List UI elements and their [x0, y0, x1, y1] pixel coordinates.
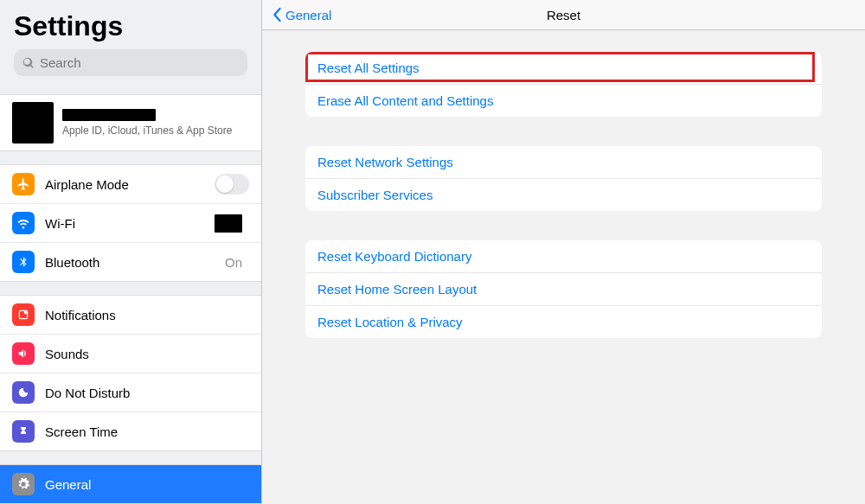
sidebar-item-label: Bluetooth	[45, 255, 225, 270]
search-field[interactable]	[14, 49, 247, 76]
sounds-icon	[12, 342, 35, 365]
subscriber-services[interactable]: Subscriber Services	[305, 178, 822, 211]
wifi-value-redacted	[215, 214, 242, 233]
sidebar-group-connectivity: Airplane Mode Wi-Fi Bluetooth On	[0, 164, 261, 282]
sidebar-item-label: Do Not Disturb	[45, 386, 249, 400]
sidebar-item-bluetooth[interactable]: Bluetooth On	[0, 242, 261, 281]
moon-icon	[12, 381, 35, 404]
reset-network-settings[interactable]: Reset Network Settings	[305, 146, 822, 178]
sidebar-title: Settings	[14, 10, 247, 42]
sidebar-item-label: Notifications	[45, 308, 249, 322]
reset-content: Reset All Settings Erase All Content and…	[262, 30, 865, 504]
notifications-icon	[12, 303, 35, 326]
search-icon	[22, 57, 35, 69]
sidebar-item-general[interactable]: General	[0, 465, 261, 503]
hourglass-icon	[12, 420, 35, 443]
sidebar-item-dnd[interactable]: Do Not Disturb	[0, 373, 261, 411]
nav-title: Reset	[262, 8, 865, 22]
reset-keyboard-dictionary[interactable]: Reset Keyboard Dictionary	[305, 240, 822, 272]
sidebar: Settings Apple ID, iCloud, iTunes & App …	[0, 0, 262, 504]
reset-group-1: Reset All Settings Erase All Content and…	[305, 52, 822, 117]
sidebar-group-system: General	[0, 464, 261, 504]
search-input[interactable]	[40, 55, 239, 70]
svg-point-1	[24, 310, 28, 314]
bluetooth-value: On	[225, 255, 242, 270]
sidebar-item-label: General	[45, 477, 249, 492]
erase-all-content[interactable]: Erase All Content and Settings	[305, 84, 822, 117]
reset-group-3: Reset Keyboard Dictionary Reset Home Scr…	[305, 240, 822, 338]
detail-pane: General Reset Reset All Settings Erase A…	[262, 0, 865, 504]
account-section[interactable]: Apple ID, iCloud, iTunes & App Store	[0, 94, 261, 151]
sidebar-item-sounds[interactable]: Sounds	[0, 334, 261, 373]
account-avatar	[12, 102, 54, 144]
wifi-icon	[12, 212, 35, 234]
airplane-icon	[12, 173, 35, 195]
sidebar-item-notifications[interactable]: Notifications	[0, 296, 261, 334]
reset-group-2: Reset Network Settings Subscriber Servic…	[305, 146, 822, 211]
back-button[interactable]: General	[272, 8, 331, 22]
sidebar-header: Settings	[0, 0, 261, 81]
sidebar-group-alerts: Notifications Sounds Do Not Disturb Scre…	[0, 295, 261, 451]
reset-location-privacy[interactable]: Reset Location & Privacy	[305, 305, 822, 338]
sidebar-item-label: Screen Time	[45, 424, 249, 439]
reset-all-settings[interactable]: Reset All Settings	[305, 52, 822, 84]
sidebar-item-label: Wi-Fi	[45, 216, 215, 231]
sidebar-item-label: Airplane Mode	[45, 177, 215, 192]
back-label: General	[285, 8, 331, 22]
reset-home-screen-layout[interactable]: Reset Home Screen Layout	[305, 272, 822, 305]
chevron-left-icon	[272, 8, 282, 22]
gear-icon	[12, 473, 35, 495]
account-name-redacted	[62, 109, 156, 121]
sidebar-item-screentime[interactable]: Screen Time	[0, 411, 261, 450]
account-sub: Apple ID, iCloud, iTunes & App Store	[62, 124, 232, 137]
sidebar-item-wifi[interactable]: Wi-Fi	[0, 203, 261, 242]
airplane-toggle[interactable]	[215, 174, 249, 195]
sidebar-item-label: Sounds	[45, 347, 249, 361]
nav-bar: General Reset	[262, 0, 865, 30]
bluetooth-icon	[12, 251, 35, 273]
sidebar-item-airplane[interactable]: Airplane Mode	[0, 165, 261, 203]
